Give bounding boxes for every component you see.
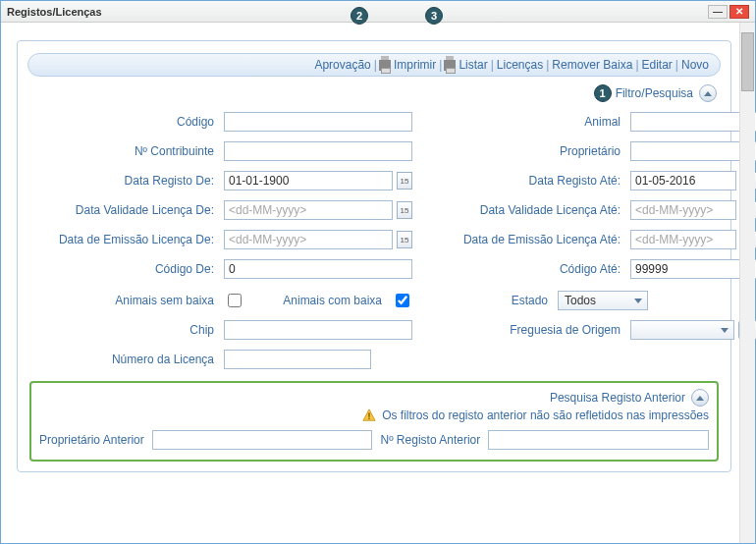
- checkbox-row: Animais sem baixa Animais com baixa Esta…: [24, 287, 725, 314]
- label-proprietario: Proprietário: [418, 144, 624, 158]
- animal-input[interactable]: [630, 112, 756, 132]
- registo-anterior-input[interactable]: [488, 430, 709, 450]
- filter-form-2: Chip Freguesia de Origem + Número da Lic…: [24, 316, 725, 373]
- label-animal: Animal: [418, 115, 624, 129]
- label-estado: Estado: [459, 294, 552, 307]
- aprovacao-link[interactable]: Aprovação: [314, 58, 370, 72]
- label-sem-baixa: Animais sem baixa: [31, 294, 218, 307]
- body: 2 3 Aprovação | Imprimir | Listar | Lice…: [1, 23, 755, 543]
- printer-icon: [379, 60, 391, 71]
- novo-link[interactable]: Novo: [681, 58, 709, 72]
- filter-label: Filtro/Pesquisa: [616, 86, 693, 100]
- chevron-up-icon: [704, 91, 712, 96]
- svg-rect-2: [368, 418, 369, 419]
- badge-2: 2: [351, 7, 368, 25]
- filter-collapse-button[interactable]: [699, 84, 717, 102]
- label-data-validade-de: Data Validade Licença De:: [31, 203, 218, 217]
- svg-rect-1: [368, 412, 369, 416]
- label-codigo: Código: [31, 115, 218, 129]
- codigo-de-input[interactable]: [224, 259, 412, 279]
- minimize-button[interactable]: —: [708, 5, 728, 19]
- label-data-emissao-de: Data de Emissão Licença De:: [31, 233, 218, 246]
- window: Registos/Licenças — ✕ 2 3 Aprovação | Im…: [0, 0, 756, 544]
- anterior-panel: Pesquisa Registo Anterior Os filtros do …: [29, 381, 719, 462]
- remover-baixa-link[interactable]: Remover Baixa: [552, 58, 632, 72]
- data-emissao-ate-input[interactable]: [630, 230, 736, 249]
- numero-licenca-input[interactable]: [224, 350, 371, 369]
- imprimir-link[interactable]: Imprimir: [394, 58, 436, 72]
- scrollbar[interactable]: [739, 23, 755, 543]
- label-chip: Chip: [31, 323, 218, 337]
- badge-1: 1: [594, 84, 612, 102]
- label-codigo-ate: Código Até:: [418, 262, 624, 276]
- listar-link[interactable]: Listar: [459, 58, 487, 72]
- estado-select[interactable]: Todos: [558, 291, 648, 310]
- anterior-collapse-button[interactable]: [691, 389, 709, 407]
- anterior-title: Pesquisa Registo Anterior: [550, 391, 685, 405]
- label-freguesia: Freguesia de Origem: [418, 323, 624, 337]
- anterior-form: Proprietário Anterior Nº Registo Anterio…: [39, 430, 709, 450]
- label-codigo-de: Código De:: [31, 262, 218, 276]
- freguesia-select[interactable]: [630, 320, 734, 340]
- data-registo-ate-input[interactable]: [630, 171, 736, 190]
- label-data-registo-de: Data Registo De:: [31, 174, 218, 188]
- badge-3: 3: [425, 7, 443, 25]
- proprietario-input[interactable]: [630, 141, 756, 161]
- action-bar: Aprovação | Imprimir | Listar | Licenças…: [27, 53, 721, 77]
- titlebar: Registos/Licenças — ✕: [1, 1, 755, 23]
- close-button[interactable]: ✕: [729, 5, 749, 19]
- scrollbar-thumb[interactable]: [741, 32, 754, 91]
- anterior-header: Pesquisa Registo Anterior: [39, 389, 709, 407]
- calendar-icon[interactable]: 15: [397, 201, 412, 219]
- licencas-link[interactable]: Licenças: [497, 58, 543, 72]
- label-data-emissao-ate: Data de Emissão Licença Até:: [418, 233, 624, 246]
- filter-header: 1 Filtro/Pesquisa: [24, 82, 725, 108]
- contribuinte-input[interactable]: [224, 141, 412, 161]
- main-panel: 2 3 Aprovação | Imprimir | Listar | Lice…: [17, 40, 731, 472]
- calendar-icon[interactable]: 15: [397, 231, 412, 248]
- label-numero-licenca: Número da Licença: [31, 353, 218, 366]
- label-contribuinte: Nº Contribuinte: [31, 144, 218, 158]
- sem-baixa-checkbox[interactable]: [228, 294, 242, 307]
- data-registo-de-input[interactable]: [224, 171, 393, 190]
- warning-icon: [362, 408, 376, 422]
- chip-input[interactable]: [224, 320, 412, 340]
- label-data-validade-ate: Data Validade Licença Até:: [418, 203, 624, 217]
- chevron-up-icon: [696, 396, 704, 401]
- data-validade-de-input[interactable]: [224, 200, 393, 220]
- label-proprietario-anterior: Proprietário Anterior: [39, 433, 144, 447]
- codigo-ate-input[interactable]: [630, 259, 756, 279]
- label-com-baixa: Animais com baixa: [283, 294, 386, 307]
- warning-text: Os filtros do registo anterior não são r…: [382, 408, 709, 422]
- label-registo-anterior: Nº Registo Anterior: [380, 433, 480, 447]
- com-baixa-checkbox[interactable]: [396, 294, 409, 307]
- calendar-icon[interactable]: 15: [397, 172, 412, 190]
- codigo-input[interactable]: [224, 112, 412, 132]
- data-validade-ate-input[interactable]: [630, 200, 736, 220]
- filter-form: Código Animal Nº Contribuinte Proprietár…: [24, 108, 725, 283]
- label-data-registo-ate: Data Registo Até:: [418, 174, 624, 188]
- proprietario-anterior-input[interactable]: [152, 430, 373, 450]
- printer-icon: [444, 60, 456, 71]
- editar-link[interactable]: Editar: [642, 58, 673, 72]
- data-emissao-de-input[interactable]: [224, 230, 393, 249]
- warning-row: Os filtros do registo anterior não são r…: [39, 408, 709, 422]
